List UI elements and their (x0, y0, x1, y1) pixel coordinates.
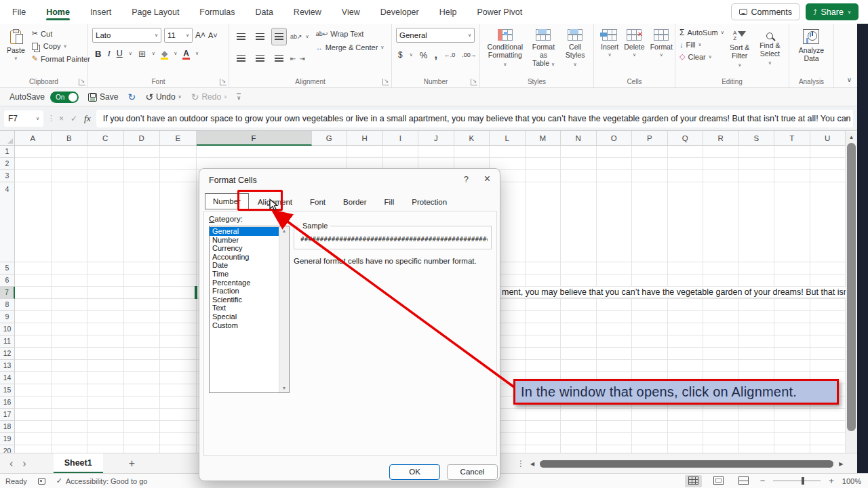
fill-color-button[interactable]: ◆ (161, 49, 167, 58)
scroll-up-icon[interactable]: ▲ (279, 228, 289, 233)
column-header[interactable]: P (632, 131, 668, 146)
collapse-ribbon-button[interactable]: ∨ (847, 76, 852, 83)
category-option[interactable]: Fraction (210, 287, 279, 296)
row-header[interactable]: 16 (0, 396, 15, 409)
menu-tab[interactable]: View (340, 1, 361, 23)
scroll-down-icon[interactable]: ▼ (279, 386, 289, 390)
sort-filter-button[interactable]: AZ Sort &Filter ∨ (727, 29, 753, 74)
menu-tab[interactable]: Home (45, 1, 71, 23)
menu-tab[interactable]: Power Pivot (475, 1, 524, 23)
row-header[interactable]: 3 (0, 170, 15, 182)
category-option[interactable]: Accounting (210, 253, 279, 262)
column-header[interactable]: S (739, 131, 775, 146)
prev-sheet-button[interactable]: ‹ (9, 458, 13, 470)
delete-cells-button[interactable]: Delete∨ (621, 28, 647, 74)
category-option[interactable]: General (210, 227, 279, 236)
customize-toolbar-button[interactable]: ∨ (237, 94, 241, 101)
menu-tab[interactable]: Formulas (198, 1, 236, 23)
align-bottom-button[interactable] (271, 28, 287, 45)
cell-styles-button[interactable]: CellStyles ∨ (561, 28, 589, 74)
comma-style-button[interactable]: , (434, 49, 437, 61)
select-all-corner[interactable] (0, 131, 15, 146)
menu-tab[interactable]: File (11, 1, 27, 23)
dialog-help-button[interactable]: ? (464, 174, 469, 184)
formula-input[interactable]: If you don’t have an outdoor space to gr… (96, 110, 853, 127)
wrap-text-button[interactable]: ab↩Wrap Text (316, 30, 384, 38)
zoom-slider[interactable] (773, 481, 821, 481)
scroll-right-icon[interactable]: ▶ (839, 461, 843, 467)
column-header[interactable]: O (597, 131, 633, 146)
column-header[interactable]: J (418, 131, 454, 146)
row-header[interactable]: 17 (0, 409, 15, 421)
column-header[interactable]: M (526, 131, 561, 146)
column-header[interactable]: E (160, 131, 197, 146)
column-header[interactable]: N (561, 131, 597, 146)
column-header[interactable]: H (347, 131, 383, 146)
sheet-tab-sheet1[interactable]: Sheet1 (54, 453, 103, 473)
orientation-button[interactable]: ab↗ (290, 33, 302, 40)
borders-button[interactable]: ⊞ (138, 49, 146, 59)
listbox-scrollbar[interactable]: ▲ ▼ (279, 226, 289, 392)
save-button[interactable]: Save (88, 92, 118, 102)
analyze-data-button[interactable]: AnalyzeData (796, 28, 827, 74)
insert-function-icon[interactable]: fx (84, 113, 91, 124)
row-header[interactable]: 2 (0, 158, 15, 170)
row-header[interactable]: 11 (0, 336, 15, 348)
row-header[interactable]: 1 (0, 146, 15, 158)
zoom-out-button[interactable]: − (760, 476, 766, 486)
column-header[interactable]: B (52, 131, 88, 146)
macro-record-icon[interactable] (38, 478, 45, 485)
normal-view-button[interactable] (685, 475, 702, 487)
accessibility-status[interactable]: ✓ Accessibility: Good to go (56, 476, 148, 485)
align-left-button[interactable] (233, 49, 249, 67)
column-header[interactable]: G (312, 131, 348, 146)
insert-cells-button[interactable]: Insert∨ (598, 28, 621, 74)
clipboard-dialog-launcher[interactable]: ↘ (79, 79, 85, 85)
grow-font-button[interactable]: A˄ (195, 30, 205, 40)
scrollbar-resize-handle[interactable]: ⋮ (517, 459, 525, 468)
comments-button[interactable]: Comments (731, 3, 800, 20)
underline-button[interactable]: U (117, 49, 123, 58)
italic-button[interactable]: I (107, 48, 110, 59)
shrink-font-button[interactable]: A˅ (208, 31, 218, 39)
align-middle-button[interactable] (252, 28, 268, 45)
format-cells-button[interactable]: Format∨ (648, 28, 675, 74)
merge-center-button[interactable]: ↔Merge & Center∨ (316, 43, 384, 52)
decrease-indent-button[interactable]: ⇤ (290, 55, 296, 62)
row-header[interactable]: 19 (0, 433, 15, 445)
vertical-scrollbar[interactable]: ▲ (846, 131, 857, 453)
category-listbox[interactable]: GeneralNumberCurrencyAccountingDateTimeP… (209, 226, 290, 393)
menu-tab[interactable]: Review (292, 1, 323, 23)
row-header[interactable]: 13 (0, 360, 15, 372)
redo-button[interactable]: ↻Redo∨ (191, 92, 228, 102)
column-header[interactable]: T (774, 131, 810, 146)
zoom-level[interactable]: 100% (842, 477, 861, 485)
bold-button[interactable]: B (95, 49, 101, 59)
row-header[interactable]: 4 (0, 182, 15, 262)
menu-tab[interactable]: Developer (379, 1, 420, 23)
column-header[interactable]: D (124, 131, 161, 146)
category-option[interactable]: Number (210, 236, 279, 245)
copy-button[interactable]: Copy∨ (32, 42, 90, 50)
number-dialog-launcher[interactable]: ↘ (471, 79, 477, 85)
dialog-tab[interactable]: Font (301, 195, 334, 209)
row-header[interactable]: 14 (0, 372, 15, 384)
horizontal-scrollbar[interactable]: ⋮ ◀ ▶ (517, 453, 843, 474)
row-header[interactable]: 8 (0, 299, 15, 311)
cancel-button[interactable]: Cancel (447, 464, 498, 480)
dialog-tab[interactable]: Protection (403, 195, 456, 209)
name-box[interactable]: F7 ∨ (4, 110, 43, 127)
column-header[interactable]: C (87, 131, 124, 146)
category-option[interactable]: Text (210, 304, 279, 312)
menu-tab[interactable]: Help (438, 1, 458, 23)
new-sheet-button[interactable]: + (129, 458, 135, 470)
cut-button[interactable]: ✂Cut (32, 29, 90, 38)
menu-tab[interactable]: Data (254, 1, 274, 23)
dialog-tab[interactable]: Border (334, 195, 376, 209)
column-header[interactable]: I (383, 131, 419, 146)
zoom-in-button[interactable]: + (829, 476, 834, 486)
expand-formula-bar-icon[interactable]: ∨ (845, 116, 848, 121)
clear-button[interactable]: ◇Clear∨ (679, 52, 724, 61)
align-right-button[interactable] (271, 49, 287, 67)
decrease-decimal-button[interactable]: .00→ (462, 52, 477, 58)
